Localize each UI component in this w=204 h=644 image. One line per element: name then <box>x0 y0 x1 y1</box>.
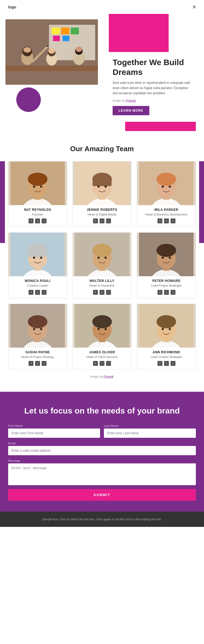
svg-point-93 <box>162 328 164 330</box>
instagram-icon[interactable]: i <box>171 361 175 366</box>
svg-point-60 <box>92 244 112 257</box>
instagram-icon[interactable]: i <box>42 361 47 366</box>
facebook-icon[interactable]: f <box>93 218 98 223</box>
team-member-role: Head of Digital Media <box>75 212 129 216</box>
svg-point-28 <box>40 186 42 188</box>
team-card: PETER HOWARDLead Project Strategistfti <box>137 232 196 298</box>
twitter-icon[interactable]: t <box>100 218 104 223</box>
twitter-icon[interactable]: t <box>35 218 40 223</box>
instagram-icon[interactable]: i <box>106 218 111 223</box>
instagram-icon[interactable]: i <box>106 290 111 295</box>
twitter-icon[interactable]: t <box>164 218 169 223</box>
svg-point-37 <box>104 186 107 188</box>
social-icons-group: fti <box>8 361 67 366</box>
social-icons-group: fti <box>8 290 67 295</box>
social-icons-group: fti <box>73 361 131 366</box>
first-name-group: First Name <box>8 424 100 438</box>
team-member-name: SASHA PAYNE <box>8 350 67 354</box>
svg-point-61 <box>97 257 100 259</box>
learn-more-button[interactable]: LEARN MORE <box>113 106 149 115</box>
twitter-icon[interactable]: t <box>35 290 40 295</box>
twitter-icon[interactable]: t <box>35 361 40 366</box>
team-card: WALTER LILLYHead of Interactivefti <box>73 232 132 298</box>
social-icons-group: fti <box>8 218 67 223</box>
header: logo ≡ <box>0 0 204 14</box>
svg-point-36 <box>97 186 100 188</box>
email-input[interactable] <box>8 446 196 455</box>
hero-image <box>5 19 98 85</box>
team-member-role: Head of Project Strategy <box>11 355 65 359</box>
team-member-photo <box>73 162 131 205</box>
team-section: Our Amazing Team <box>0 139 204 386</box>
facebook-icon[interactable]: f <box>29 361 33 366</box>
facebook-icon[interactable]: f <box>157 361 162 366</box>
svg-rect-5 <box>71 28 79 34</box>
twitter-icon[interactable]: t <box>164 290 169 295</box>
instagram-icon[interactable]: i <box>106 361 111 366</box>
svg-rect-7 <box>63 36 69 41</box>
team-member-photo <box>8 162 67 205</box>
name-row: First Name Last Name <box>8 424 196 438</box>
svg-point-70 <box>169 257 171 259</box>
svg-rect-6 <box>53 36 60 41</box>
first-name-input[interactable] <box>8 429 100 438</box>
team-member-name: MILA PARKER <box>137 208 196 212</box>
facebook-icon[interactable]: f <box>157 290 162 295</box>
hero-description: Duis aute irure dolor in reprehenderit i… <box>113 80 192 96</box>
facebook-icon[interactable]: f <box>157 218 162 223</box>
instagram-icon[interactable]: i <box>171 218 175 223</box>
purple-circle-decoration <box>16 87 41 112</box>
team-member-role: Creative Leader <box>11 284 65 287</box>
submit-button[interactable]: SUBMIT <box>8 489 196 501</box>
message-input[interactable] <box>8 463 196 485</box>
team-card: JENNIE ROBERTSHead of Digital Mediafti <box>73 161 132 227</box>
footer: Sample text. Click to select the text bo… <box>0 512 204 527</box>
svg-rect-3 <box>52 28 60 34</box>
social-icons-group: fti <box>137 361 196 366</box>
last-name-input[interactable] <box>104 429 196 438</box>
facebook-icon[interactable]: f <box>93 361 98 366</box>
svg-point-27 <box>33 186 35 188</box>
facebook-icon[interactable]: f <box>93 290 98 295</box>
hero-text-box: Together We Build Dreams Duis aute irure… <box>106 52 199 122</box>
team-card: JAMES OLIVERHead of Client Successfti <box>73 304 132 369</box>
svg-rect-52 <box>28 249 47 257</box>
contact-title: Let us focus on the needs of your brand <box>8 405 196 416</box>
contact-section: Let us focus on the needs of your brand … <box>0 392 204 512</box>
hero-image-credit: Image by Freepik <box>113 99 192 102</box>
message-label: Message <box>8 459 196 462</box>
svg-point-26 <box>28 173 47 182</box>
twitter-icon[interactable]: t <box>100 290 104 295</box>
svg-point-17 <box>76 47 82 52</box>
social-icons-group: fti <box>137 290 196 295</box>
svg-point-68 <box>157 244 176 257</box>
message-group: Message <box>8 459 196 485</box>
last-name-group: Last Name <box>104 424 196 438</box>
team-member-photo <box>8 304 67 348</box>
pink-block-top <box>109 14 169 57</box>
hero-section: Together We Build Dreams Duis aute irure… <box>0 14 204 128</box>
team-member-name: NAT REYNOLDS <box>8 208 67 212</box>
twitter-icon[interactable]: t <box>164 361 169 366</box>
team-grid: NAT REYNOLDSFounderfti <box>8 161 196 369</box>
team-member-photo <box>137 304 196 348</box>
facebook-icon[interactable]: f <box>29 290 33 295</box>
facebook-icon[interactable]: f <box>29 218 33 223</box>
hamburger-menu-icon[interactable]: ≡ <box>193 4 196 10</box>
instagram-icon[interactable]: i <box>171 290 175 295</box>
svg-point-43 <box>157 173 176 186</box>
instagram-icon[interactable]: i <box>42 290 47 295</box>
team-member-name: JENNIE ROBERTS <box>73 208 131 212</box>
svg-point-11 <box>23 47 31 53</box>
team-member-role: Head of Business Development <box>139 212 193 216</box>
team-member-role: Head of Interactive <box>75 284 129 287</box>
team-freepik-link[interactable]: Freepik <box>104 375 114 378</box>
first-name-label: First Name <box>8 424 100 427</box>
team-member-role: Lead Content Strategist <box>139 355 193 359</box>
twitter-icon[interactable]: t <box>100 361 104 366</box>
instagram-icon[interactable]: i <box>42 218 47 223</box>
svg-point-44 <box>162 186 164 188</box>
team-member-photo <box>137 162 196 205</box>
svg-point-62 <box>104 257 107 259</box>
hero-freepik-link[interactable]: Freepik <box>126 99 136 102</box>
